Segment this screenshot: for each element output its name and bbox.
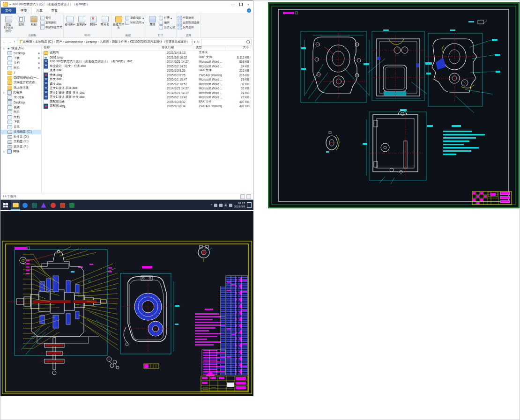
paste-shortcut-button[interactable]: 粘贴快捷方式: [40, 25, 62, 29]
crumb-this-pc[interactable]: 此电脑: [23, 40, 32, 44]
select-none-button[interactable]: 全部取消选择: [178, 21, 200, 25]
taskbar-app-teal[interactable]: [30, 200, 39, 210]
sidebar-item-folder-7[interactable]: 7: [1, 71, 41, 76]
sidebar-item-drive-c[interactable]: 本地磁盘 (C:): [1, 130, 41, 135]
file-row[interactable]: 说明书2021/3/4 8:13文件夹: [42, 51, 253, 55]
maximize-button[interactable]: [237, 1, 245, 7]
sidebar-item-3d-objects[interactable]: 3D 对象: [1, 95, 41, 100]
new-item-button[interactable]: 新建项目▾: [125, 16, 144, 20]
search-box[interactable]: [201, 39, 252, 45]
tab-home[interactable]: 主页: [16, 7, 32, 14]
help-icon[interactable]: ?: [247, 8, 251, 13]
taskbar-clock[interactable]: 16:17 2021/3/8: [234, 202, 245, 208]
tab-view[interactable]: 查看: [47, 7, 62, 14]
tray-icon[interactable]: [229, 204, 232, 207]
sidebar-item-drive-f[interactable]: 娱乐盘 (F:): [1, 144, 41, 149]
title-bar[interactable]: ▾ KD1060型载货汽车设计（变速器总成设计）（有cad图） — ×: [1, 1, 253, 7]
column-date[interactable]: 修改日期: [160, 45, 194, 50]
crumb-desktop[interactable]: Desktop: [86, 40, 97, 44]
sidebar-quick-access[interactable]: ∨★快速访问: [1, 46, 41, 51]
copy-to-button[interactable]: 复制到▾: [76, 16, 87, 27]
sidebar-item-downloads-pc[interactable]: 下载: [1, 120, 41, 125]
customize-toolbar-icon[interactable]: ▾: [9, 3, 11, 6]
crumb-administrator[interactable]: Administrator: [65, 40, 83, 44]
file-row[interactable]: 装配图.dwg2005/6/3 8:34ZWCAD Drawing407 KB: [42, 104, 253, 109]
tray-icon[interactable]: [219, 204, 223, 207]
sidebar-network[interactable]: ∨网络: [1, 149, 41, 155]
column-name[interactable]: 名称: [42, 45, 160, 50]
sidebar-item-desktop[interactable]: Desktop: [1, 51, 41, 56]
sidebar-item-music[interactable]: 音乐: [1, 125, 41, 130]
delete-button[interactable]: 删除▾: [88, 16, 98, 27]
file-row[interactable]: 正文1-设计-摘要-英文.doc2014/6/21 14:27Microsoft…: [42, 91, 253, 96]
file-row[interactable]: 外文.doc2005/6/1 10:47Microsoft Word ...29…: [42, 77, 253, 82]
list-view-icon[interactable]: [240, 194, 245, 199]
taskbar-file-explorer[interactable]: [11, 200, 20, 210]
sidebar-item-folder-fsae[interactable]: 大学生方程式赛...: [1, 81, 41, 86]
breadcrumb[interactable]: 此电脑› 本地磁盘 (C:)› 用户› Administrator› Deskt…: [17, 39, 193, 45]
taskbar-app-red[interactable]: [48, 200, 58, 210]
minimize-button[interactable]: —: [230, 1, 237, 7]
notification-center-icon[interactable]: [247, 202, 252, 208]
thumbnail-view-icon[interactable]: [246, 194, 251, 199]
pin-to-quick-access-button[interactable]: 固定到"快速访问": [2, 15, 15, 33]
up-button[interactable]: ↑: [14, 40, 15, 44]
file-row[interactable]: 译文.doc2005/6/2 10:57Microsoft Word ...32…: [42, 82, 253, 87]
column-type[interactable]: 类型: [194, 45, 225, 50]
crumb-folder-1[interactable]: 九载图: [100, 40, 109, 44]
cut-button[interactable]: 剪切: [40, 16, 62, 20]
column-size[interactable]: 大小: [225, 45, 253, 50]
sidebar-item-drive-d[interactable]: 软件盘 (D:): [1, 134, 41, 140]
sidebar-item-documents[interactable]: 文档: [1, 61, 41, 66]
open-button[interactable]: 打开▾: [159, 16, 175, 20]
file-row[interactable]: 装配图.bak2005/6/3 8:32BAK 文件407 KB: [42, 100, 253, 104]
file-row[interactable]: 正文1-设计-摘要-中文.doc2005/6/2 13:42Microsoft …: [42, 95, 253, 100]
rename-button[interactable]: 重命名: [100, 16, 110, 27]
sidebar-item-drive-e[interactable]: 文档盘 (E:): [1, 140, 41, 145]
sidebar-item-folder-05[interactable]: 05逻辑驱动式(一...: [1, 75, 41, 81]
history-button[interactable]: 历史记录: [159, 25, 175, 29]
refresh-icon[interactable]: ↻: [197, 40, 200, 44]
new-folder-button[interactable]: 新建文件夹: [112, 15, 125, 29]
file-row[interactable]: KD1060型载货汽车设计（变速器总成设计）（有cad图）.doc2014/6/…: [42, 59, 253, 64]
select-all-button[interactable]: 全部选择: [178, 16, 200, 20]
sidebar-item-pictures-pc[interactable]: 图片: [1, 110, 41, 115]
properties-button[interactable]: 属性: [146, 15, 158, 26]
edit-button[interactable]: 编辑: [159, 21, 175, 25]
copy-button[interactable]: 复制: [15, 15, 27, 26]
search-input[interactable]: [203, 40, 246, 44]
start-button[interactable]: [0, 200, 11, 210]
tray-chevron-icon[interactable]: ^: [211, 204, 212, 206]
quick-access-toolbar[interactable]: ▾: [9, 3, 11, 6]
taskbar-app-purple[interactable]: [39, 200, 48, 210]
tab-share[interactable]: 共享: [32, 7, 47, 14]
move-to-button[interactable]: 移动到▾: [65, 16, 75, 27]
sidebar-this-pc[interactable]: ∨此电脑: [1, 90, 41, 96]
sidebar-item-downloads[interactable]: 下载: [1, 56, 41, 61]
taskbar-app-orange[interactable]: [58, 200, 67, 210]
tab-file[interactable]: 文件: [1, 7, 16, 14]
close-button[interactable]: ×: [245, 1, 252, 7]
crumb-users[interactable]: 用户: [56, 40, 62, 44]
sidebar-item-videos[interactable]: 视频: [1, 105, 41, 110]
ime-indicator[interactable]: 英: [224, 203, 227, 207]
back-button[interactable]: ←: [2, 40, 6, 44]
file-row[interactable]: 0001.bmp2021/3/8 16:02BMP 文件8,112 KB: [42, 55, 253, 60]
sidebar-item-desktop-pc[interactable]: Desktop: [1, 100, 41, 105]
file-row[interactable]: 毕业设计（论文）任务.doc2005/6/2 14:51Microsoft Wo…: [42, 64, 253, 69]
sidebar-item-folder-upload[interactable]: 线上传文体: [1, 85, 41, 90]
invert-selection-button[interactable]: 反向选择: [178, 25, 200, 29]
file-row[interactable]: 正文1-设计-目录.doc2014/6/21 14:27Microsoft Wo…: [42, 86, 253, 91]
crumb-current-folder[interactable]: KD1060型载货汽车设计（变速器总成设计）（有cad图）: [130, 40, 193, 44]
sidebar-item-documents-pc[interactable]: 文档: [1, 115, 41, 120]
paste-button[interactable]: 粘贴: [28, 15, 40, 26]
crumb-folder-2[interactable]: 新建文件夹: [112, 40, 127, 44]
copy-path-button[interactable]: 复制路径: [40, 21, 62, 25]
taskbar-browser[interactable]: [20, 200, 30, 210]
crumb-drive-c[interactable]: 本地磁盘 (C:): [35, 40, 53, 44]
taskbar-app-green[interactable]: [67, 200, 76, 210]
address-dropdown-icon[interactable]: ▾: [194, 40, 196, 44]
forward-button[interactable]: →: [8, 40, 12, 44]
tray-icon[interactable]: [214, 204, 217, 207]
easy-access-button[interactable]: 轻松访问▾: [125, 21, 144, 25]
